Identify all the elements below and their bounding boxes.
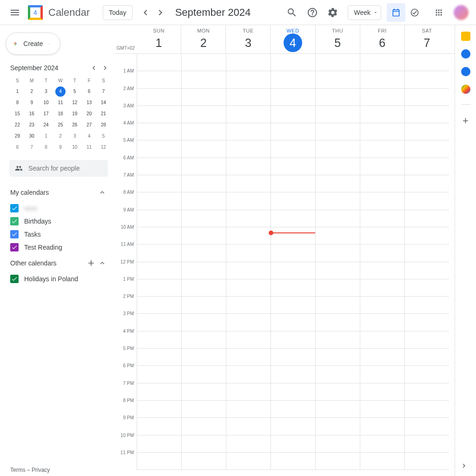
mini-day-cell[interactable]: 2: [26, 86, 37, 97]
day-column[interactable]: [137, 54, 181, 470]
hour-cell[interactable]: [405, 245, 449, 262]
calendar-item[interactable]: xxxx: [4, 202, 115, 215]
hour-cell[interactable]: [137, 54, 181, 71]
hour-cell[interactable]: [405, 89, 449, 106]
add-addon-button[interactable]: +: [463, 115, 469, 127]
hour-cell[interactable]: [405, 453, 449, 470]
hour-cell[interactable]: [405, 349, 449, 366]
hour-cell[interactable]: [360, 227, 404, 245]
hour-cell[interactable]: [360, 262, 404, 279]
hour-cell[interactable]: [182, 436, 226, 453]
mini-day-cell[interactable]: 21: [99, 109, 109, 119]
hour-cell[interactable]: [405, 158, 449, 175]
mini-day-cell[interactable]: 2: [55, 131, 66, 141]
hour-cell[interactable]: [137, 123, 181, 140]
contacts-icon[interactable]: [461, 67, 470, 76]
hour-cell[interactable]: [226, 227, 271, 245]
hour-cell[interactable]: [405, 366, 449, 383]
hour-cell[interactable]: [405, 401, 449, 418]
hour-cell[interactable]: [182, 349, 226, 366]
hour-cell[interactable]: [360, 245, 404, 262]
hour-cell[interactable]: [316, 297, 360, 314]
hour-cell[interactable]: [316, 192, 360, 210]
mini-day-cell[interactable]: 12: [99, 142, 109, 152]
mini-day-cell[interactable]: 5: [99, 131, 109, 141]
prev-week-button[interactable]: [138, 3, 153, 22]
hour-cell[interactable]: [226, 210, 271, 227]
day-header[interactable]: THU5: [315, 25, 360, 53]
hour-cell[interactable]: [360, 158, 404, 175]
hour-cell[interactable]: [182, 297, 226, 314]
hour-cell[interactable]: [182, 331, 226, 349]
mini-day-cell[interactable]: 1: [41, 131, 51, 141]
mini-day-cell[interactable]: 13: [84, 98, 94, 108]
hour-cell[interactable]: [360, 210, 404, 227]
hour-cell[interactable]: [137, 297, 181, 314]
mini-prev-month[interactable]: [88, 62, 99, 73]
mini-day-cell[interactable]: 10: [70, 142, 80, 152]
day-header[interactable]: WED4: [270, 25, 315, 53]
hour-cell[interactable]: [182, 54, 226, 71]
hour-cell[interactable]: [405, 175, 449, 192]
calendar-checkbox[interactable]: [10, 243, 19, 251]
search-people-input[interactable]: [28, 165, 102, 172]
mini-day-cell[interactable]: 10: [41, 98, 51, 108]
hour-cell[interactable]: [182, 418, 226, 435]
hour-cell[interactable]: [271, 71, 315, 88]
hour-cell[interactable]: [316, 89, 360, 106]
hour-cell[interactable]: [271, 192, 315, 210]
hour-cell[interactable]: [316, 366, 360, 383]
mini-day-cell[interactable]: 29: [12, 131, 22, 141]
mini-day-cell[interactable]: 11: [55, 98, 66, 108]
hour-cell[interactable]: [137, 158, 181, 175]
mini-day-cell[interactable]: 19: [70, 109, 80, 119]
hour-cell[interactable]: [182, 210, 226, 227]
hour-cell[interactable]: [226, 453, 271, 470]
hour-cell[interactable]: [182, 89, 226, 106]
account-avatar[interactable]: [454, 5, 469, 20]
hour-cell[interactable]: [360, 106, 404, 123]
day-header[interactable]: SUN1: [137, 25, 181, 53]
tasks-icon[interactable]: [461, 49, 470, 59]
hour-cell[interactable]: [316, 349, 360, 366]
hour-cell[interactable]: [271, 210, 315, 227]
main-menu-button[interactable]: [4, 1, 26, 24]
hour-cell[interactable]: [316, 245, 360, 262]
hour-cell[interactable]: [182, 383, 226, 401]
hour-cell[interactable]: [137, 401, 181, 418]
hour-cell[interactable]: [137, 89, 181, 106]
hour-cell[interactable]: [405, 106, 449, 123]
hour-cell[interactable]: [271, 227, 315, 245]
keep-icon[interactable]: [461, 32, 470, 41]
calendar-checkbox[interactable]: [10, 230, 19, 238]
mini-day-cell[interactable]: 15: [12, 109, 22, 119]
hour-cell[interactable]: [316, 158, 360, 175]
day-header[interactable]: FRI6: [360, 25, 404, 53]
mini-day-cell[interactable]: 8: [12, 98, 22, 108]
hour-cell[interactable]: [316, 106, 360, 123]
mini-day-cell[interactable]: 4: [84, 131, 94, 141]
hour-cell[interactable]: [316, 279, 360, 297]
mini-day-cell[interactable]: 23: [26, 120, 37, 130]
day-column[interactable]: [315, 54, 360, 470]
mini-day-cell[interactable]: 8: [41, 142, 51, 152]
mini-day-cell[interactable]: 24: [41, 120, 51, 130]
hour-cell[interactable]: [405, 192, 449, 210]
hour-cell[interactable]: [137, 227, 181, 245]
hour-cell[interactable]: [137, 331, 181, 349]
hour-cell[interactable]: [360, 436, 404, 453]
mini-day-cell[interactable]: 3: [70, 131, 80, 141]
hour-cell[interactable]: [405, 71, 449, 88]
hour-cell[interactable]: [316, 401, 360, 418]
hour-cell[interactable]: [316, 71, 360, 88]
hour-cell[interactable]: [271, 453, 315, 470]
mini-day-cell[interactable]: 12: [70, 98, 80, 108]
hour-cell[interactable]: [182, 314, 226, 331]
calendar-item[interactable]: Holidays in Poland: [4, 272, 115, 285]
mini-next-month[interactable]: [99, 62, 111, 73]
search-people-field[interactable]: [9, 160, 108, 177]
mini-day-cell[interactable]: 14: [99, 98, 109, 108]
mini-day-cell[interactable]: 3: [41, 86, 51, 97]
hour-cell[interactable]: [271, 262, 315, 279]
hour-cell[interactable]: [271, 297, 315, 314]
